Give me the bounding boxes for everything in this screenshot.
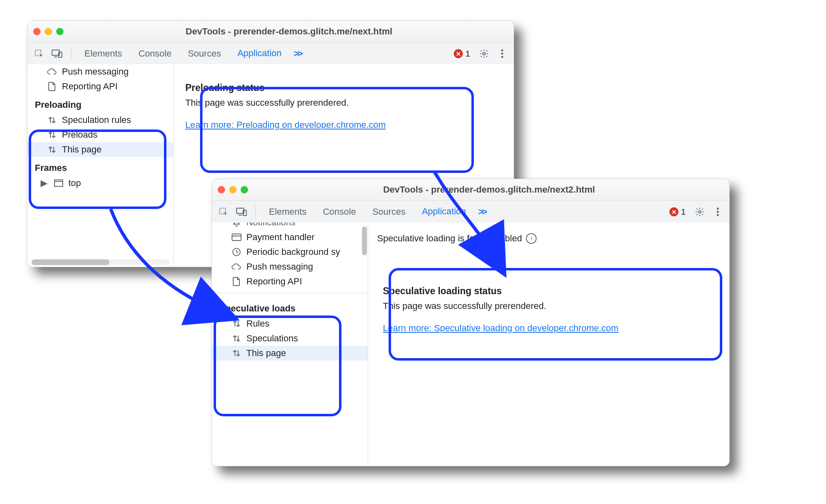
svg-point-6 [501, 56, 503, 58]
document-icon [47, 82, 57, 91]
tab-application[interactable]: Application [231, 42, 288, 66]
sidebar-item-reporting[interactable]: Reporting API [27, 79, 173, 94]
cloud-icon [47, 67, 57, 77]
sidebar-item-label: top [68, 178, 81, 188]
svg-point-13 [717, 211, 719, 213]
svg-point-11 [699, 211, 701, 213]
close-icon[interactable] [33, 28, 41, 35]
kebab-icon[interactable] [495, 46, 510, 61]
svg-point-4 [501, 50, 503, 52]
swap-icon [47, 130, 57, 140]
tab-console[interactable]: Console [132, 43, 178, 65]
sidebar-item-payment[interactable]: Payment handler [212, 230, 368, 245]
sidebar-item-label: Payment handler [246, 232, 314, 243]
sidebar-item-top[interactable]: ▶ top [27, 176, 173, 191]
sidebar-item-this-page[interactable]: This page [212, 346, 368, 361]
sidebar-item-speculation-rules[interactable]: Speculation rules [27, 113, 173, 127]
inspect-icon[interactable] [216, 204, 231, 219]
error-badge[interactable]: ✕ 1 [451, 49, 473, 59]
minimize-icon[interactable] [229, 186, 237, 193]
panel-heading: Preloading status [185, 82, 502, 93]
sidebar-item-label: Rules [246, 318, 269, 329]
minimize-icon[interactable] [45, 28, 52, 35]
svg-point-14 [717, 214, 719, 216]
cloud-icon [232, 262, 241, 272]
tab-elements[interactable]: Elements [262, 201, 313, 223]
sidebar-item-rules[interactable]: Rules [212, 316, 368, 331]
titlebar: DevTools - prerender-demos.glitch.me/nex… [27, 21, 514, 43]
chevron-right-icon: ▶ [39, 178, 49, 188]
error-icon: ✕ [669, 207, 678, 216]
sidebar-item-label: Reporting API [62, 81, 118, 92]
status-line: Speculative loading is force-enabled i [368, 231, 729, 244]
tab-elements[interactable]: Elements [78, 43, 129, 65]
svg-point-5 [501, 53, 503, 55]
error-count: 1 [681, 207, 686, 217]
bell-icon [232, 222, 241, 227]
swap-icon [232, 334, 241, 343]
sidebar-item-label: Periodic background sy [246, 247, 340, 257]
sidebar-item-reporting[interactable]: Reporting API [212, 274, 368, 289]
close-icon[interactable] [218, 186, 225, 193]
maximize-icon[interactable] [56, 28, 64, 35]
info-icon[interactable]: i [526, 233, 537, 244]
sidebar-category-frames[interactable]: Frames [27, 157, 173, 176]
sidebar-item-push[interactable]: Push messaging [27, 64, 173, 79]
maximize-icon[interactable] [241, 186, 248, 193]
sidebar-item-label: Speculation rules [62, 115, 131, 125]
device-toggle-icon[interactable] [50, 46, 64, 61]
window-title: DevTools - prerender-demos.glitch.me/nex… [255, 184, 724, 195]
svg-point-12 [717, 208, 719, 210]
device-toggle-icon[interactable] [234, 204, 249, 219]
gear-icon[interactable] [477, 46, 492, 61]
error-count: 1 [465, 49, 470, 59]
sidebar-category-preloading[interactable]: Preloading [27, 94, 173, 113]
sidebar-item-preloads[interactable]: Preloads [27, 127, 173, 142]
sidebar-item-speculations[interactable]: Speculations [212, 331, 368, 346]
sidebar-item-label: This page [62, 144, 102, 155]
window-title: DevTools - prerender-demos.glitch.me/nex… [70, 26, 508, 37]
titlebar: DevTools - prerender-demos.glitch.me/nex… [212, 179, 729, 201]
swap-icon [232, 319, 241, 329]
sidebar-item-label: This page [246, 348, 286, 359]
gear-icon[interactable] [692, 204, 707, 219]
inspect-icon[interactable] [32, 46, 46, 61]
more-tabs-icon[interactable]: >> [291, 48, 304, 59]
scrollbar[interactable] [362, 227, 367, 255]
sidebar-item-periodic[interactable]: Periodic background sy [212, 245, 368, 259]
card-icon [232, 232, 241, 242]
sidebar-item-label: Push messaging [62, 66, 129, 77]
traffic-lights [218, 186, 248, 193]
sidebar-item-this-page[interactable]: This page [27, 142, 173, 157]
scrollbar[interactable] [32, 259, 169, 265]
devtools-window-2: DevTools - prerender-demos.glitch.me/nex… [212, 179, 730, 466]
sidebar-item-notifications[interactable]: Notifications [212, 222, 368, 230]
sidebar-item-label: Notifications [246, 222, 296, 228]
learn-more-link[interactable]: Learn more: Speculative loading on devel… [383, 323, 619, 333]
frame-icon [54, 178, 64, 188]
learn-more-link[interactable]: Learn more: Preloading on developer.chro… [185, 120, 386, 130]
error-badge[interactable]: ✕ 1 [666, 207, 689, 217]
svg-rect-7 [55, 180, 63, 186]
swap-icon [47, 145, 57, 154]
sidebar: Push messaging Reporting API Preloading … [27, 64, 174, 267]
sidebar-item-push[interactable]: Push messaging [212, 259, 368, 274]
devtools-toolbar: Elements Console Sources Application >> … [212, 201, 729, 223]
panel-text: This page was successfully prerendered. [185, 98, 502, 108]
kebab-icon[interactable] [710, 204, 725, 219]
document-icon [232, 277, 241, 286]
tab-console[interactable]: Console [316, 201, 363, 223]
sidebar-category-speculative[interactable]: Speculative loads [212, 297, 368, 316]
sidebar-item-label: Preloads [62, 129, 98, 140]
panel-text: This page was successfully prerendered. [383, 301, 718, 311]
sidebar-item-label: Speculations [246, 333, 298, 344]
tab-application[interactable]: Application [415, 200, 473, 224]
traffic-lights [33, 28, 64, 35]
divider [255, 205, 256, 218]
main-panel: Speculative loading is force-enabled i S… [368, 222, 729, 466]
tab-sources[interactable]: Sources [181, 43, 228, 65]
error-icon: ✕ [454, 49, 463, 58]
devtools-toolbar: Elements Console Sources Application >> … [27, 43, 514, 65]
tab-sources[interactable]: Sources [366, 201, 412, 223]
more-tabs-icon[interactable]: >> [476, 207, 488, 217]
